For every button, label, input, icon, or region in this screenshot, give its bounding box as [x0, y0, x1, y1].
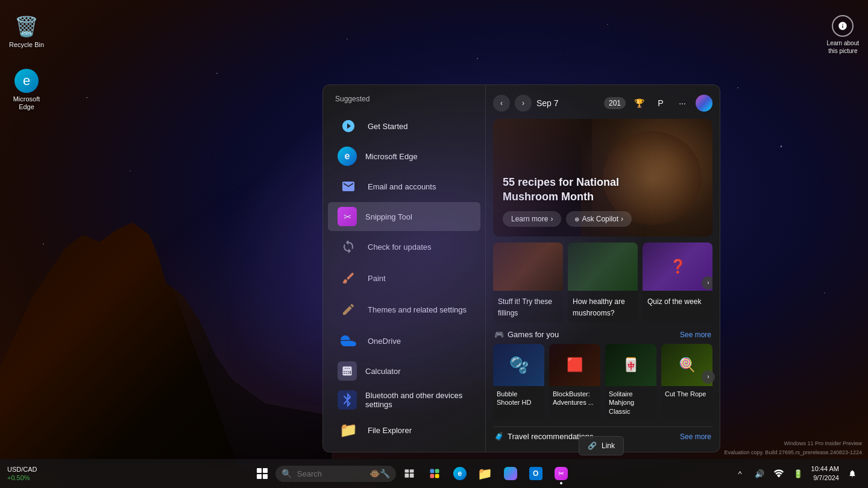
widget-count-badge: 201 [604, 97, 626, 109]
calculator-label: Calculator [365, 367, 401, 376]
store-taskbar[interactable] [498, 461, 523, 486]
edge-taskbar-button[interactable]: e [448, 461, 472, 486]
search-icon: 🔍 [281, 469, 292, 478]
travel-see-more-btn[interactable]: See more [680, 433, 711, 441]
small-card-2-image: ❓ [643, 242, 712, 291]
widgets-button[interactable] [423, 461, 447, 486]
widget-nav-prev[interactable]: ‹ [493, 95, 510, 112]
learn-more-btn[interactable]: Learn more › [503, 211, 561, 227]
currency-widget[interactable]: USD/CAD +0.50% [7, 465, 37, 483]
widget-more-btn[interactable]: ··· [674, 95, 691, 112]
game-card-blockbuster[interactable]: 🟥 BlockBuster: Adventures ... [549, 344, 600, 419]
games-see-more-btn[interactable]: See more [680, 331, 711, 339]
svg-rect-9 [435, 469, 439, 474]
tooltip-link-icon: 🔗 [588, 442, 597, 450]
calculator-icon [338, 361, 357, 381]
travel-icon: 🧳 [494, 432, 504, 441]
suggested-header: Suggested [323, 95, 485, 110]
outlook-taskbar[interactable]: O [524, 461, 548, 486]
widgets-panel: ‹ › Sep 7 201 🏆 P ··· [486, 85, 720, 452]
ask-copilot-btn[interactable]: ⊕ Ask Copilot › [566, 211, 632, 227]
widget-trophy-btn[interactable]: 🏆 [631, 95, 647, 112]
get-started-icon [338, 115, 359, 137]
learn-picture-button[interactable]: Learn aboutthis picture [827, 15, 859, 55]
system-tray: ^ 🔊 🔋 [732, 465, 807, 482]
game-card-bubble[interactable]: 🫧 Bubble Shooter HD [493, 344, 544, 419]
app-item-get-started[interactable]: Get Started [328, 110, 480, 142]
app-item-themes[interactable]: Themes and related settings [328, 294, 480, 325]
learn-picture-icon [832, 15, 854, 37]
small-news-card-1[interactable]: How healthy are mushrooms? [568, 242, 638, 323]
notifications-btn[interactable] [844, 465, 861, 482]
widget-date: Sep 7 [536, 98, 599, 108]
snipping-tooltip: 🔗 Link [579, 436, 624, 455]
bluetooth-label: Bluetooth and other devices settings [365, 391, 471, 409]
file-explorer-icon: 📁 [338, 419, 359, 441]
svg-rect-7 [410, 474, 414, 478]
file-explorer-taskbar[interactable]: 📁 [473, 461, 497, 486]
copilot-small-icon: ⊕ [574, 216, 579, 223]
task-view-button[interactable] [397, 461, 421, 486]
microsoft-edge-desktop-icon[interactable]: e Microsoft Edge [5, 66, 48, 113]
desktop: 🗑️ Recycle Bin e Microsoft Edge Learn ab… [0, 0, 868, 488]
app-item-email[interactable]: Email and accounts [328, 171, 480, 202]
small-news-card-0[interactable]: Stuff it! Try these fillings [493, 242, 563, 323]
games-icon: 🎮 [494, 330, 504, 339]
tray-network-icon[interactable] [770, 465, 787, 482]
games-next-btn[interactable]: › [702, 370, 715, 384]
small-card-1-title: How healthy are mushrooms? [573, 297, 625, 317]
app-item-file-explorer[interactable]: 📁 File Explorer [328, 414, 480, 446]
win-insider-notice: Windows 11 Pro Insider Preview Evaluatio… [725, 439, 863, 457]
app-item-onedrive[interactable]: OneDrive [328, 325, 480, 356]
widget-nav-next[interactable]: › [515, 95, 532, 112]
edge-image: e [14, 69, 39, 93]
small-news-cards: Stuff it! Try these fillings How healthy… [493, 242, 712, 323]
bubble-shooter-image: 🫧 [493, 344, 544, 386]
app-item-calculator[interactable]: Calculator [328, 356, 480, 385]
news-card-actions: Learn more › ⊕ Ask Copilot › [503, 211, 703, 227]
small-card-2-text: Quiz of the week [643, 291, 712, 312]
currency-pair: USD/CAD [7, 465, 37, 474]
dish-decoration [603, 131, 702, 225]
recycle-bin-image: 🗑️ [14, 14, 39, 39]
widget-topbar-actions: 201 🏆 P ··· [604, 95, 712, 112]
tray-volume-icon[interactable]: 🔊 [751, 465, 768, 482]
edge-taskbar-icon: e [453, 467, 467, 480]
edge-app-icon: e [338, 147, 357, 166]
app-item-bluetooth[interactable]: Bluetooth and other devices settings [328, 385, 480, 414]
outlook-taskbar-icon: O [529, 467, 542, 480]
svg-rect-11 [435, 474, 439, 478]
tray-battery-icon[interactable]: 🔋 [790, 465, 807, 482]
small-news-card-2[interactable]: ❓ Quiz of the week › [643, 242, 712, 323]
app-item-paint[interactable]: Paint [328, 262, 480, 294]
themes-label: Themes and related settings [368, 305, 467, 314]
tray-expand-btn[interactable]: ^ [732, 465, 749, 482]
taskbar-left: USD/CAD +0.50% [7, 465, 92, 483]
widget-profile-btn[interactable]: P [652, 95, 669, 112]
onedrive-icon [338, 330, 359, 352]
start-button[interactable] [250, 461, 274, 486]
mahjong-image: 🀄 [605, 344, 656, 386]
recycle-bin-icon[interactable]: 🗑️ Recycle Bin [5, 12, 48, 51]
game-card-mahjong[interactable]: 🀄 Solitaire Mahjong Classic [605, 344, 656, 419]
taskbar-right: ^ 🔊 🔋 10:44 AM 9/7/2024 [732, 464, 861, 483]
cards-next-btn[interactable]: › [702, 276, 712, 290]
currency-change: +0.50% [7, 474, 37, 482]
main-news-card[interactable]: 55 recipes for National Mushroom Month L… [493, 119, 712, 236]
copilot-button[interactable] [696, 95, 712, 112]
system-clock[interactable]: 10:44 AM 9/7/2024 [809, 464, 841, 483]
small-card-0-text: Stuff it! Try these fillings [493, 291, 563, 323]
small-card-0-image [493, 242, 563, 291]
snipping-taskbar-icon: ✂ [555, 467, 568, 480]
updates-label: Check for updates [368, 242, 432, 252]
clock-date: 9/7/2024 [811, 474, 839, 483]
store-taskbar-icon [504, 467, 517, 480]
svg-rect-0 [257, 468, 262, 473]
section-divider [493, 426, 712, 427]
onedrive-label: OneDrive [368, 337, 401, 346]
snipping-taskbar[interactable]: ✂ [549, 461, 573, 486]
app-item-edge[interactable]: e Microsoft Edge [328, 142, 480, 171]
app-item-snipping[interactable]: ✂ Snipping Tool [328, 202, 480, 231]
app-item-updates[interactable]: Check for updates [328, 231, 480, 262]
email-icon [338, 176, 359, 197]
